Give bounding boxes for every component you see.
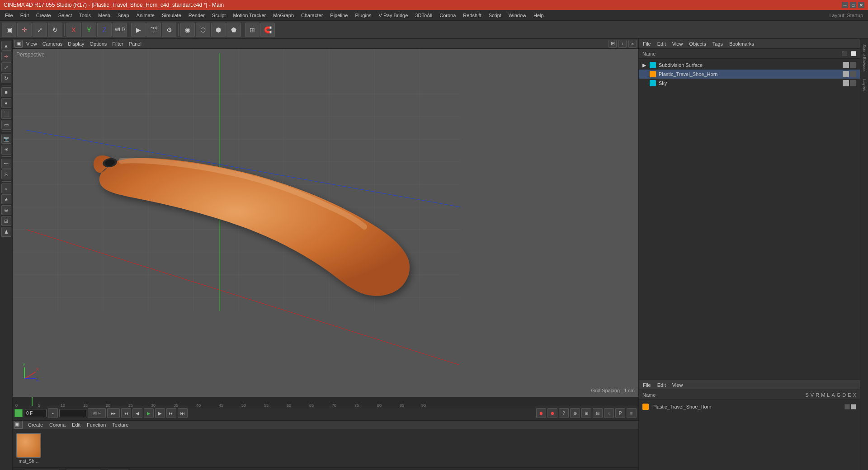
mat-edit[interactable]: Edit — [69, 422, 83, 428]
material-swatch[interactable] — [16, 433, 41, 458]
render-settings-button[interactable]: ⚙ — [162, 23, 176, 37]
minimize-button[interactable]: ─ — [842, 2, 848, 8]
om-bookmarks[interactable]: Bookmarks — [727, 41, 756, 47]
btn-end[interactable]: ⏭ — [178, 408, 188, 418]
point-button[interactable]: ⬟ — [226, 23, 241, 37]
move-tool-button[interactable]: ✛ — [17, 23, 32, 37]
lt-light[interactable]: ☀ — [1, 145, 11, 155]
timeline-small-btn[interactable]: ▪ — [48, 408, 58, 418]
menu-tools[interactable]: Tools — [76, 12, 94, 19]
frame-input2[interactable] — [59, 409, 86, 417]
vp-options[interactable]: Options — [88, 41, 108, 47]
btn-next-frame[interactable]: ▶ — [155, 408, 165, 418]
om-objects[interactable]: Objects — [687, 41, 708, 47]
menu-render[interactable]: Render — [185, 12, 208, 19]
menu-help[interactable]: Help — [530, 12, 547, 19]
lt-select[interactable]: ▲ — [1, 41, 11, 51]
obj-vis-btn3[interactable] — [843, 80, 849, 86]
menu-snap[interactable]: Snap — [114, 12, 132, 19]
btn-rewind[interactable]: ⏮ — [121, 408, 131, 418]
lt-spline[interactable]: 〜 — [1, 159, 11, 169]
om-edit[interactable]: Edit — [655, 41, 668, 47]
vp-layout3[interactable]: × — [628, 40, 637, 48]
scene-browser-tab[interactable]: Scene Browser — [862, 44, 867, 72]
menu-vraybridge[interactable]: V-Ray Bridge — [376, 12, 411, 19]
menu-window[interactable]: Window — [505, 12, 529, 19]
btn-settings[interactable]: ≡ — [627, 408, 637, 418]
menu-motiontracker[interactable]: Motion Tracker — [230, 12, 269, 19]
btn-more2[interactable]: ⊟ — [593, 408, 603, 418]
menu-create[interactable]: Create — [33, 12, 54, 19]
menu-script[interactable]: Script — [486, 12, 505, 19]
menu-sculpt[interactable]: Sculpt — [209, 12, 229, 19]
vp-layout1[interactable]: ⊞ — [609, 40, 617, 48]
x-axis-button[interactable]: X — [66, 23, 81, 37]
mat-function[interactable]: Function — [84, 422, 108, 428]
btn-record[interactable]: ⏺ — [536, 408, 546, 418]
menu-select[interactable]: Select — [55, 12, 75, 19]
btn-90f[interactable]: 90 F — [88, 408, 106, 418]
lt-cylinder[interactable]: ⬛ — [1, 109, 11, 119]
lt-nurbs[interactable]: S — [1, 169, 11, 179]
om-tags[interactable]: Tags — [710, 41, 725, 47]
lt-camera[interactable]: 📷 — [1, 134, 11, 144]
vp-filter[interactable]: Filter — [110, 41, 125, 47]
mat-icon[interactable]: ▣ — [14, 421, 23, 429]
current-frame-input[interactable] — [25, 409, 47, 417]
am-selected-row[interactable]: Plastic_Travel_Shoe_Horn — [642, 402, 856, 412]
btn-fast-forward[interactable]: ⏭ — [166, 408, 176, 418]
menu-character[interactable]: Character — [298, 12, 326, 19]
lt-sphere[interactable]: ● — [1, 98, 11, 108]
btn-motion[interactable]: ⊕ — [570, 408, 580, 418]
menu-mesh[interactable]: Mesh — [95, 12, 113, 19]
vp-display[interactable]: Display — [66, 41, 86, 47]
lt-scale[interactable]: ⤢ — [1, 62, 11, 72]
lt-mograph[interactable]: ⊞ — [1, 216, 11, 226]
lt-cube[interactable]: ■ — [1, 87, 11, 97]
mat-texture[interactable]: Texture — [109, 422, 131, 428]
obj-sky[interactable]: Sky — [639, 79, 860, 88]
menu-corona[interactable]: Corona — [436, 12, 459, 19]
am-file[interactable]: File — [641, 382, 653, 388]
menu-simulate[interactable]: Simulate — [159, 12, 184, 19]
lt-rotate[interactable]: ↻ — [1, 73, 11, 83]
vp-cameras[interactable]: Cameras — [41, 41, 65, 47]
lt-character[interactable]: ♟ — [1, 227, 11, 237]
lt-move[interactable]: ✛ — [1, 52, 11, 61]
menu-3dtoall[interactable]: 3DToAll — [412, 12, 435, 19]
viewport-icon[interactable]: ▣ — [14, 40, 23, 48]
vp-panel[interactable]: Panel — [127, 41, 143, 47]
lt-field[interactable]: ⊕ — [1, 205, 11, 215]
3d-viewport[interactable]: Perspective X Y Z Grid Spacing : 1 cm — [13, 49, 638, 397]
obj-render-btn3[interactable] — [850, 80, 856, 86]
am-view[interactable]: View — [670, 382, 685, 388]
menu-pipeline[interactable]: Pipeline — [327, 12, 351, 19]
btn-auto-key[interactable]: ⏺ — [547, 408, 557, 418]
obj-subdivision-surface[interactable]: ▶ Subdivision Surface — [639, 61, 860, 70]
rotate-tool-button[interactable]: ↻ — [48, 23, 62, 37]
btn-prev-frame[interactable]: ◀ — [132, 408, 142, 418]
lt-plane[interactable]: ▭ — [1, 120, 11, 130]
lt-deformer[interactable]: ⬦ — [1, 183, 11, 193]
mat-create[interactable]: Create — [25, 422, 46, 428]
grid-button[interactable]: ⊞ — [245, 23, 259, 37]
mat-corona[interactable]: Corona — [47, 422, 68, 428]
menu-plugins[interactable]: Plugins — [352, 12, 374, 19]
om-view[interactable]: View — [670, 41, 685, 47]
menu-mograph[interactable]: MoGraph — [270, 12, 297, 19]
snap-button[interactable]: 🧲 — [260, 23, 275, 37]
world-button[interactable]: WLD — [113, 23, 127, 37]
btn-more3[interactable]: ○ — [604, 408, 614, 418]
model-mode-button[interactable]: ▣ — [2, 23, 16, 37]
btn-keyframe[interactable]: ? — [559, 408, 569, 418]
object-button[interactable]: ◉ — [180, 23, 195, 37]
y-axis-button[interactable]: Y — [82, 23, 96, 37]
obj-vis-btn[interactable] — [843, 62, 849, 68]
vp-view[interactable]: View — [24, 41, 39, 47]
scale-tool-button[interactable]: ⤢ — [33, 23, 47, 37]
menu-redshift[interactable]: Redshift — [460, 12, 484, 19]
obj-vis-btn2[interactable] — [843, 71, 849, 77]
btn-arrows[interactable]: ▸▸ — [107, 408, 120, 418]
menu-edit[interactable]: Edit — [17, 12, 32, 19]
edge-button[interactable]: ⬢ — [211, 23, 226, 37]
